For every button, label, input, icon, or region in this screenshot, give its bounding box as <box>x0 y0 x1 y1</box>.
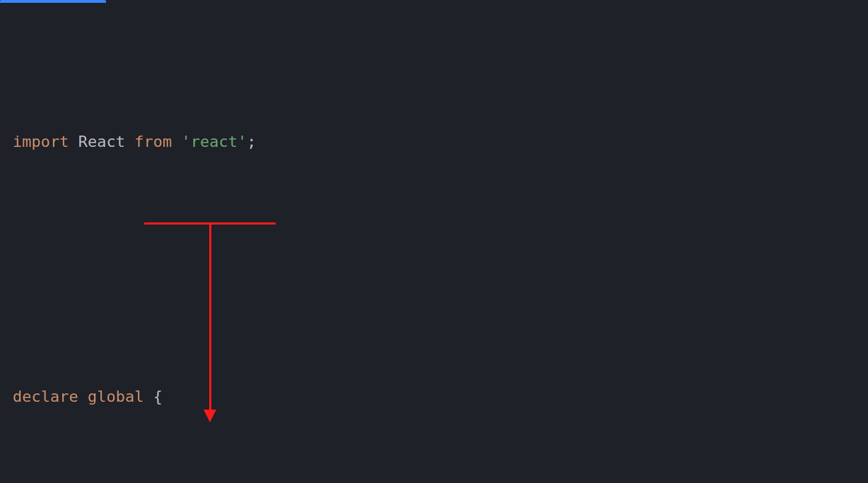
string-module: 'react' <box>181 133 247 150</box>
code-line[interactable]: declare global { <box>13 385 855 416</box>
brace-open: { <box>153 388 163 405</box>
code-line-blank[interactable] <box>13 258 855 289</box>
semicolon: ; <box>247 133 256 150</box>
annotation-arrow-shaft <box>209 222 211 413</box>
keyword-global: global <box>88 388 143 405</box>
code-line[interactable]: import React from 'react'; <box>13 130 855 161</box>
active-tab-indicator <box>0 0 106 3</box>
keyword-import: import <box>13 133 69 150</box>
annotation-arrow-head-icon <box>204 410 216 422</box>
keyword-from: from <box>134 133 172 150</box>
identifier-react: React <box>78 133 125 150</box>
keyword-declare: declare <box>13 388 78 405</box>
code-editor-viewport[interactable]: import React from 'react'; declare globa… <box>0 0 868 483</box>
